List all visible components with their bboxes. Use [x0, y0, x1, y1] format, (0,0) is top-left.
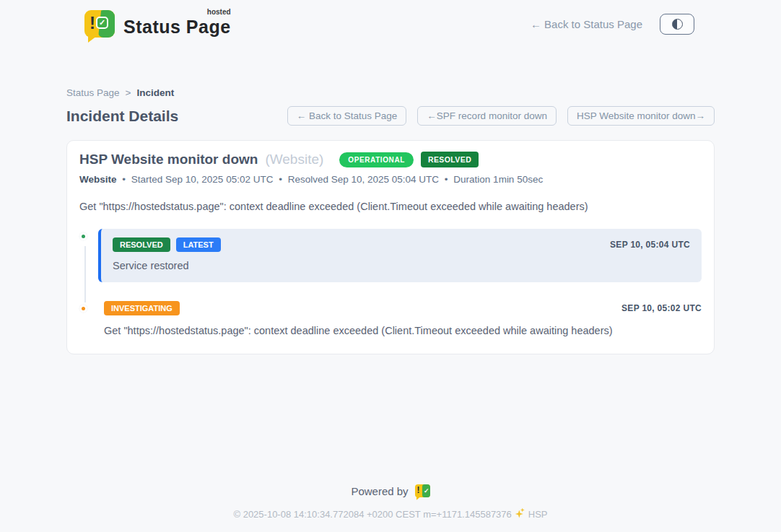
breadcrumb-status-page[interactable]: Status Page [66, 87, 120, 98]
main-content: Status Page > Incident Incident Details … [66, 38, 715, 354]
page-title: Incident Details [66, 108, 178, 125]
investigating-badge: INVESTIGATING [104, 301, 180, 315]
sparkles-icon [515, 510, 525, 519]
operational-status-badge: OPERATIONAL [339, 152, 414, 167]
meta-resolved: Resolved Sep 10, 2025 05:04 UTC [288, 174, 439, 185]
latest-badge: LATEST [176, 237, 221, 252]
timeline-marker [79, 232, 92, 240]
checkmark-icon: ✓ [96, 17, 108, 29]
meta-duration: Duration 1min 50sec [453, 174, 543, 185]
update-badges: RESOLVED LATEST [113, 237, 221, 252]
copyright-line: © 2025-10-08 14:10:34.772084 +0200 CEST … [0, 509, 781, 520]
powered-by-link[interactable]: Powered by ! ✓ [351, 484, 429, 497]
timeline-marker [79, 305, 92, 313]
timeline-entry: INVESTIGATING SEP 10, 05:02 UTC Get "htt… [79, 301, 702, 336]
exclamation-icon: ! [417, 485, 420, 495]
incident-meta: Website • Started Sep 10, 2025 05:02 UTC… [79, 174, 702, 185]
timeline-entry-content: RESOLVED LATEST SEP 10, 05:04 UTC Servic… [98, 229, 702, 282]
incident-component: (Website) [265, 152, 323, 167]
header-actions: ← Back to Status Page [531, 14, 694, 35]
hsp-logo-icon: ! ✓ [415, 484, 430, 497]
breadcrumb-current: Incident [136, 87, 174, 98]
copyright-text: © 2025-10-08 14:10:34.772084 +0200 CEST … [233, 509, 511, 520]
timeline-entry-content: INVESTIGATING SEP 10, 05:02 UTC Get "htt… [98, 301, 702, 336]
contrast-icon [672, 19, 683, 30]
meta-component: Website [79, 174, 117, 185]
update-header: INVESTIGATING SEP 10, 05:02 UTC [104, 301, 702, 315]
header: ! ✓ hosted Status Page ← Back to Status … [0, 0, 781, 38]
resolved-state-badge: RESOLVED [421, 152, 479, 167]
app-logo[interactable]: ! ✓ hosted Status Page [84, 10, 231, 38]
back-to-status-page-button[interactable]: ← Back to Status Page [287, 106, 407, 126]
brand-wordmark: hosted Status Page [123, 11, 231, 38]
meta-separator: • [122, 174, 126, 185]
incident-description: Get "https://hostedstatus.page": context… [79, 201, 702, 212]
meta-started: Started Sep 10, 2025 05:02 UTC [131, 174, 274, 185]
update-badges: INVESTIGATING [104, 301, 180, 315]
powered-by-label: Powered by [351, 485, 408, 497]
brand-hosted-label: hosted [207, 8, 231, 16]
status-page-logo-icon: ! ✓ [84, 10, 115, 38]
resolved-dot-icon [79, 232, 87, 240]
footer: Powered by ! ✓ © 2025-10-08 14:10:34.772… [0, 484, 781, 520]
timeline-entry: RESOLVED LATEST SEP 10, 05:04 UTC Servic… [79, 229, 702, 282]
exclamation-icon: ! [90, 13, 95, 33]
brand-name: Status Page [123, 17, 231, 37]
update-message: Get "https://hostedstatus.page": context… [104, 325, 702, 336]
next-incident-button[interactable]: HSP Website monitor down→ [567, 106, 715, 126]
prev-incident-button[interactable]: ←SPF record monitor down [417, 106, 557, 126]
incident-nav-buttons: ← Back to Status Page ←SPF record monito… [287, 106, 715, 126]
latest-update-box: RESOLVED LATEST SEP 10, 05:04 UTC Servic… [98, 229, 702, 282]
theme-toggle-button[interactable] [660, 14, 694, 35]
back-to-status-page-link[interactable]: ← Back to Status Page [531, 18, 642, 30]
update-timestamp: SEP 10, 05:04 UTC [610, 240, 690, 250]
meta-separator: • [279, 174, 282, 185]
breadcrumb: Status Page > Incident [66, 87, 715, 98]
update-header: RESOLVED LATEST SEP 10, 05:04 UTC [113, 237, 690, 252]
footer-brand: HSP [528, 509, 548, 520]
update-timestamp: SEP 10, 05:02 UTC [621, 303, 702, 313]
investigating-dot-icon [79, 305, 87, 313]
update-message: Service restored [113, 260, 690, 271]
resolved-badge: RESOLVED [113, 237, 170, 252]
title-row: Incident Details ← Back to Status Page ←… [66, 106, 715, 126]
incident-card-header: HSP Website monitor down (Website) OPERA… [79, 152, 702, 167]
incident-title: HSP Website monitor down [79, 152, 258, 167]
incident-timeline: RESOLVED LATEST SEP 10, 05:04 UTC Servic… [79, 229, 702, 336]
checkmark-icon: ✓ [424, 487, 429, 494]
breadcrumb-separator: > [126, 87, 131, 98]
meta-separator: • [445, 174, 448, 185]
incident-card: HSP Website monitor down (Website) OPERA… [66, 140, 715, 354]
